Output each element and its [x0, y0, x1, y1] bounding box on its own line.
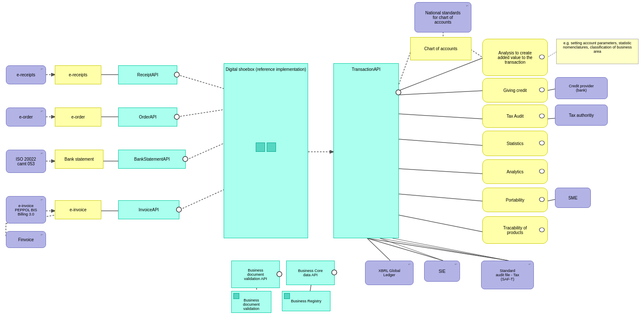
ereceipts-actor: ⌐ e-receipts [6, 65, 46, 84]
svg-point-48 [539, 197, 544, 202]
ereceipts-component: e-receipts [55, 65, 101, 84]
receiptapi-component: ReceiptAPI [118, 65, 177, 84]
svg-point-40 [183, 156, 188, 162]
biz-doc-validation: Business document validation [231, 291, 271, 313]
saft-actor: ⌐ Standard audit file - Tax (SAF-T) [481, 261, 534, 289]
svg-line-29 [367, 238, 390, 261]
svg-point-44 [539, 88, 544, 92]
svg-point-51 [332, 270, 337, 275]
fold-icon: ⌐ [41, 67, 43, 71]
giving-credit-interface: Giving credit [482, 78, 548, 102]
iso-actor: ⌐ ISO 20022 camt 053 [6, 150, 46, 173]
svg-line-5 [177, 110, 224, 117]
biz-core-data-api: Business Core data API [286, 261, 335, 285]
svg-line-30 [367, 238, 443, 261]
national-standards-actor: ⌐ National standards for chart of accoun… [414, 2, 471, 32]
diagram-container: ⌐ e-receipts e-receipts ReceiptAPI ⌐ e-o… [0, 0, 644, 315]
fold-icon-sie: ⌐ [455, 262, 457, 266]
svg-line-13 [177, 190, 224, 211]
svg-line-23 [399, 194, 483, 201]
credit-provider-actor: Credit provider (bank) [555, 77, 608, 99]
svg-line-2 [177, 75, 224, 89]
svg-line-19 [399, 91, 483, 95]
tax-authority-actor: Tax authoritiy [555, 105, 608, 126]
xbrl-actor: ⌐ XBRL Global Ledger [365, 261, 414, 285]
einvoice-component: e-invoice [55, 200, 101, 219]
svg-line-16 [471, 49, 483, 58]
fold-icon-eorder: ⌐ [41, 109, 43, 113]
fold-icon-national: ⌐ [466, 3, 468, 8]
transactionapi-component: TransactionAPI [333, 63, 399, 238]
invoiceapi-component: InvoiceAPI [118, 200, 179, 219]
svg-line-28 [547, 51, 557, 58]
eorder-component: e-order [55, 108, 101, 127]
svg-point-45 [539, 114, 544, 118]
fold-icon-xbrl: ⌐ [409, 262, 411, 266]
bankstatement-component: Bank statement [55, 150, 103, 169]
analytics-interface: Analytics [482, 159, 548, 184]
svg-line-24 [399, 215, 483, 232]
svg-line-8 [184, 143, 224, 161]
digital-shoebox-component: Digital shoebox (reference implementatio… [224, 63, 308, 238]
analysis-interface: Analysis to create added value to the tr… [482, 39, 548, 76]
sie-actor: ⌐ SIE [424, 261, 460, 282]
svg-line-15 [399, 49, 411, 84]
finvoice-actor: ⌐ Finvoice [6, 231, 46, 248]
fold-icon-einvoice: ⌐ [41, 197, 43, 202]
fold-icon-iso: ⌐ [41, 151, 43, 155]
sme-actor: SME [555, 188, 591, 208]
svg-point-46 [539, 141, 544, 145]
einvoice-actor: ⌐ e-invoice PEPPOL BIS Billing 3.0 [6, 196, 46, 223]
fold-icon-finvoice: ⌐ [41, 232, 43, 237]
portability-interface: Portability [482, 188, 548, 212]
svg-point-47 [539, 169, 544, 173]
svg-line-18 [399, 58, 483, 91]
tax-audit-interface: Tax Audit [482, 105, 548, 128]
biz-registry: Business Registry [282, 291, 330, 311]
svg-point-49 [539, 228, 544, 232]
bankstatementapi-component: BankStatementAPI [118, 150, 186, 169]
svg-line-21 [399, 139, 483, 145]
biz-doc-validation-api: Business document validation API [231, 261, 280, 288]
analysis-note: e.g. setting account parameters, statist… [556, 39, 639, 64]
svg-point-39 [174, 114, 179, 119]
svg-point-42 [396, 90, 401, 95]
svg-line-32 [380, 238, 443, 261]
svg-point-50 [277, 272, 282, 277]
svg-point-41 [176, 207, 181, 212]
tracability-interface: Tracability of products [482, 216, 548, 244]
chart-of-accounts-component: Chart of accounts [410, 37, 471, 60]
statistics-interface: Statistics [482, 131, 548, 156]
orderapi-component: OrderAPI [118, 108, 177, 127]
eorder-actor: ⌐ e-order [6, 108, 46, 127]
fold-icon-saft: ⌐ [529, 262, 531, 266]
svg-line-20 [399, 114, 483, 119]
svg-point-43 [539, 55, 544, 59]
svg-point-38 [174, 72, 179, 77]
svg-line-22 [399, 169, 483, 174]
